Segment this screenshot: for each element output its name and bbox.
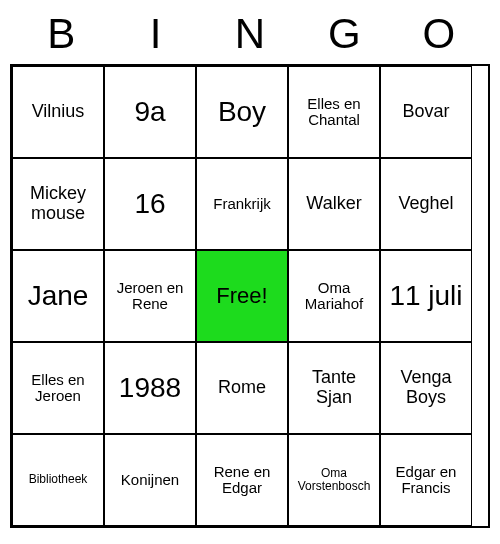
bingo-cell[interactable]: Mickey mouse bbox=[12, 158, 104, 250]
bingo-cell[interactable]: Edgar en Francis bbox=[380, 434, 472, 526]
header-letter-o: O bbox=[393, 10, 485, 58]
bingo-cell[interactable]: Oma Mariahof bbox=[288, 250, 380, 342]
bingo-cell[interactable]: Veghel bbox=[380, 158, 472, 250]
bingo-cell[interactable]: Elles en Chantal bbox=[288, 66, 380, 158]
bingo-cell[interactable]: 11 juli bbox=[380, 250, 472, 342]
bingo-cell[interactable]: Elles en Jeroen bbox=[12, 342, 104, 434]
bingo-card: B I N G O Vilnius9aBoyElles en ChantalBo… bbox=[10, 10, 490, 528]
header-letter-i: I bbox=[110, 10, 202, 58]
bingo-cell[interactable]: Oma Vorstenbosch bbox=[288, 434, 380, 526]
bingo-cell[interactable]: Jeroen en Rene bbox=[104, 250, 196, 342]
bingo-grid: Vilnius9aBoyElles en ChantalBovarMickey … bbox=[10, 64, 490, 528]
bingo-cell[interactable]: Vilnius bbox=[12, 66, 104, 158]
bingo-cell[interactable]: Frankrijk bbox=[196, 158, 288, 250]
bingo-cell[interactable]: Tante Sjan bbox=[288, 342, 380, 434]
bingo-cell[interactable]: Konijnen bbox=[104, 434, 196, 526]
header-letter-g: G bbox=[298, 10, 390, 58]
bingo-cell[interactable]: Venga Boys bbox=[380, 342, 472, 434]
bingo-cell[interactable]: Walker bbox=[288, 158, 380, 250]
bingo-cell[interactable]: Rene en Edgar bbox=[196, 434, 288, 526]
bingo-cell-free[interactable]: Free! bbox=[196, 250, 288, 342]
bingo-cell[interactable]: 9a bbox=[104, 66, 196, 158]
bingo-cell[interactable]: 1988 bbox=[104, 342, 196, 434]
header-letter-n: N bbox=[204, 10, 296, 58]
bingo-header: B I N G O bbox=[10, 10, 490, 64]
bingo-cell[interactable]: Bovar bbox=[380, 66, 472, 158]
bingo-cell[interactable]: 16 bbox=[104, 158, 196, 250]
bingo-cell[interactable]: Rome bbox=[196, 342, 288, 434]
bingo-cell[interactable]: Jane bbox=[12, 250, 104, 342]
bingo-cell[interactable]: Bibliotheek bbox=[12, 434, 104, 526]
bingo-cell[interactable]: Boy bbox=[196, 66, 288, 158]
header-letter-b: B bbox=[15, 10, 107, 58]
